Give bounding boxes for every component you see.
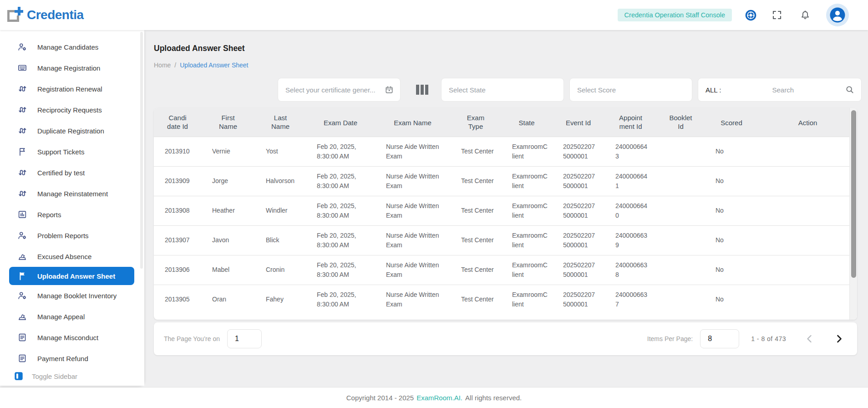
sidebar-item-registration-renewal[interactable]: Registration Renewal xyxy=(0,78,144,99)
cell-state: ExamroomClient xyxy=(501,196,552,225)
swap-icon xyxy=(17,168,27,178)
sidebar-item-duplicate-registration[interactable]: Duplicate Registration xyxy=(0,120,144,141)
answer-sheet-table-card: Candidate IdFirst NameLast NameExam Date… xyxy=(154,108,857,320)
cell-exam-date: Feb 20, 2025, 8:30:00 AM xyxy=(306,166,375,196)
sidebar-item-problem-reports[interactable]: Problem Reports xyxy=(0,225,144,246)
sidebar-scrollbar[interactable] xyxy=(140,32,143,269)
sidebar: Manage CandidatesManage RegistrationRegi… xyxy=(0,30,144,386)
cell-booklet-id xyxy=(657,225,705,255)
cell-action xyxy=(758,137,857,166)
sidebar-item-excused-absence[interactable]: Excused Absence xyxy=(0,246,144,267)
sports-globe-icon[interactable] xyxy=(745,9,757,21)
sidebar-item-manage-registration[interactable]: Manage Registration xyxy=(0,57,144,78)
cell-last-name: Cronin xyxy=(255,255,306,285)
cell-first-name: Heather xyxy=(201,196,255,225)
filter-bar: ALL : xyxy=(154,78,862,102)
table-row[interactable]: 2013909JorgeHalvorsonFeb 20, 2025, 8:30:… xyxy=(154,166,857,196)
cell-last-name: Yost xyxy=(255,137,306,166)
cell-booklet-id xyxy=(657,285,705,314)
cell-exam-name: Nurse Aide Written Exam xyxy=(375,196,450,225)
table-row[interactable]: 2013910VernieYostFeb 20, 2025, 8:30:00 A… xyxy=(154,137,857,166)
cell-candidate-id: 2013905 xyxy=(154,285,201,314)
column-header-scored: Scored xyxy=(705,108,758,137)
view-columns-icon[interactable] xyxy=(416,85,428,95)
examroom-link[interactable]: ExamRoom.AI. xyxy=(416,394,462,402)
table-row[interactable]: 2013908HeatherWindlerFeb 20, 2025, 8:30:… xyxy=(154,196,857,225)
table-row[interactable]: 2013905OranFaheyFeb 20, 2025, 8:30:00 AM… xyxy=(154,285,857,314)
cell-action xyxy=(758,166,857,196)
search-icon[interactable] xyxy=(845,85,855,95)
calendar-icon[interactable] xyxy=(385,85,394,94)
breadcrumb: Home / Uploaded Answer Sheet xyxy=(154,61,862,69)
table-row[interactable]: 2013906MabelCroninFeb 20, 2025, 8:30:00 … xyxy=(154,255,857,285)
cell-booklet-id xyxy=(657,255,705,285)
cell-action xyxy=(758,255,857,285)
cell-event-id: 2025022075000001 xyxy=(552,166,604,196)
next-page-icon[interactable] xyxy=(833,333,844,344)
column-header-first-name: First Name xyxy=(201,108,255,137)
cell-exam-type: Test Center xyxy=(450,137,501,166)
cell-event-id: 2025022075000001 xyxy=(552,285,604,314)
cell-scored: No xyxy=(705,225,758,255)
items-per-page-input[interactable] xyxy=(700,329,739,348)
cell-exam-type: Test Center xyxy=(450,225,501,255)
notifications-bell-icon[interactable] xyxy=(800,10,811,20)
sidebar-item-support-tickets[interactable]: Support Tickets xyxy=(0,141,144,162)
cell-candidate-id: 2013907 xyxy=(154,225,201,255)
cell-scored: No xyxy=(705,137,758,166)
sidebar-item-uploaded-answer-sheet[interactable]: Uploaded Answer Sheet xyxy=(9,267,134,285)
previous-page-icon[interactable] xyxy=(804,333,815,344)
inbox-icon xyxy=(17,311,27,321)
sidebar-item-payment-refund[interactable]: Payment Refund xyxy=(0,348,144,367)
logo-text: Credentia xyxy=(27,8,84,22)
state-filter[interactable] xyxy=(441,78,564,102)
cell-scored: No xyxy=(705,166,758,196)
score-select-input[interactable] xyxy=(577,86,685,94)
sidebar-item-manage-booklet-inventory[interactable]: Manage Booklet Inventory xyxy=(0,285,144,306)
sidebar-item-manage-candidates[interactable]: Manage Candidates xyxy=(0,36,144,57)
console-badge: Credentia Operation Staff Console xyxy=(618,9,732,21)
cell-last-name: Fahey xyxy=(255,285,306,314)
cell-candidate-id: 2013910 xyxy=(154,137,201,166)
breadcrumb-current[interactable]: Uploaded Answer Sheet xyxy=(180,61,248,69)
search-input[interactable] xyxy=(721,86,845,94)
cell-exam-name: Nurse Aide Written Exam xyxy=(375,137,450,166)
certificate-date-filter[interactable] xyxy=(278,78,401,102)
fullscreen-icon[interactable] xyxy=(772,10,782,20)
state-select-input[interactable] xyxy=(449,86,556,94)
toggle-sidebar-button[interactable]: Toggle Sidebar xyxy=(0,367,144,386)
credentia-logo[interactable]: Credentia xyxy=(7,7,84,23)
breadcrumb-home[interactable]: Home xyxy=(154,61,171,69)
cell-candidate-id: 2013909 xyxy=(154,166,201,196)
sidebar-item-reports[interactable]: Reports xyxy=(0,204,144,225)
table-row[interactable]: 2013907JavonBlickFeb 20, 2025, 8:30:00 A… xyxy=(154,225,857,255)
sidebar-item-reciprocity-requests[interactable]: Reciprocity Requests xyxy=(0,99,144,120)
toggle-sidebar-icon xyxy=(14,371,24,381)
cell-exam-date: Feb 20, 2025, 8:30:00 AM xyxy=(306,225,375,255)
cell-state: ExamroomClient xyxy=(501,137,552,166)
sidebar-item-manage-reinstatement[interactable]: Manage Reinstatement xyxy=(0,183,144,204)
search-box[interactable]: ALL : xyxy=(698,78,862,102)
cell-state: ExamroomClient xyxy=(501,255,552,285)
user-avatar[interactable] xyxy=(826,4,849,26)
cell-action xyxy=(758,196,857,225)
sidebar-item-certified-by-test[interactable]: Certified by test xyxy=(0,162,144,183)
person-gear-icon xyxy=(17,230,27,240)
column-header-exam-type: Exam Type xyxy=(450,108,501,137)
answer-sheet-table: Candidate IdFirst NameLast NameExam Date… xyxy=(154,108,857,314)
page-number-input[interactable] xyxy=(227,329,262,348)
items-per-page-label: Items Per Page: xyxy=(647,335,693,342)
column-header-state: State xyxy=(501,108,552,137)
table-scrollbar-track[interactable] xyxy=(849,108,857,320)
certificate-date-input[interactable] xyxy=(285,86,385,94)
cell-exam-name: Nurse Aide Written Exam xyxy=(375,225,450,255)
cell-appointment-id: 2400006639 xyxy=(604,225,657,255)
sidebar-item-manage-misconduct[interactable]: Manage Misconduct xyxy=(0,327,144,348)
person-gear-icon xyxy=(17,291,27,301)
score-filter[interactable] xyxy=(569,78,692,102)
sidebar-item-manage-appeal[interactable]: Manage Appeal xyxy=(0,306,144,327)
cell-last-name: Blick xyxy=(255,225,306,255)
cell-exam-type: Test Center xyxy=(450,285,501,314)
table-scrollbar-thumb[interactable] xyxy=(851,110,856,278)
search-scope-selector[interactable]: ALL : xyxy=(706,86,721,94)
